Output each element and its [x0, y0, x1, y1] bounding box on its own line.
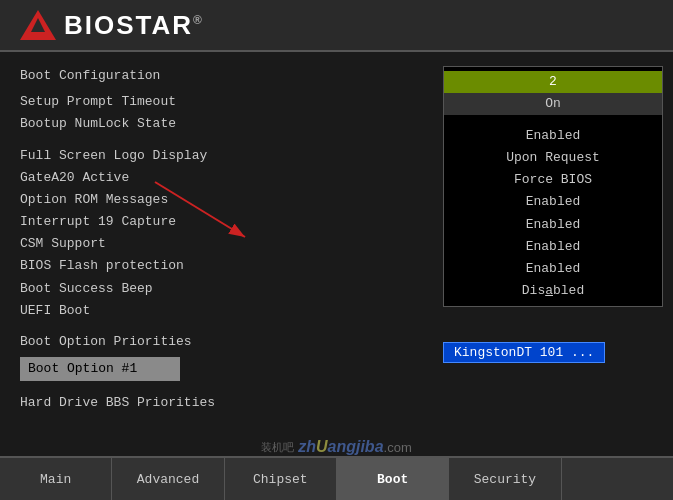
watermark-angjiba: angjiba: [328, 438, 384, 456]
nav-advanced[interactable]: Advanced: [112, 458, 224, 500]
main-content: Boot Configuration Setup Prompt Timeout …: [0, 52, 673, 456]
boot-config-title: Boot Configuration: [20, 66, 423, 87]
values-box: 2 On Enabled Upon Request Force BIOS Ena…: [443, 66, 663, 307]
setup-prompt-timeout-item[interactable]: Setup Prompt Timeout: [20, 91, 423, 113]
watermark-site-label: 装机吧: [261, 440, 294, 455]
boot-option-value: KingstonDT 101 ...: [443, 342, 605, 363]
nav-main[interactable]: Main: [0, 458, 112, 500]
watermark-u: U: [316, 438, 328, 456]
boot-success-beep-item[interactable]: Boot Success Beep: [20, 278, 423, 300]
logo-triangle-icon: [20, 10, 56, 40]
gate-a20-item[interactable]: GateA20 Active: [20, 167, 423, 189]
boot-option-priorities-title: Boot Option Priorities: [20, 332, 423, 353]
watermark: 装机吧 zhUangjiba.com: [261, 438, 411, 456]
value-bios-flash: Enabled: [444, 236, 662, 258]
small-spacer: [20, 381, 423, 385]
spacer: [20, 135, 423, 145]
nav-security[interactable]: Security: [449, 458, 561, 500]
nav-boot[interactable]: Boot: [337, 458, 449, 500]
reg-symbol: ®: [193, 13, 204, 27]
value-csm-support: Enabled: [444, 214, 662, 236]
right-panel: 2 On Enabled Upon Request Force BIOS Ena…: [443, 52, 673, 456]
nav-bar: Main Advanced Chipset Boot Security: [0, 456, 673, 500]
value-interrupt-19: Enabled: [444, 191, 662, 213]
value-full-screen-logo: Enabled: [444, 125, 662, 147]
value-numlock: On: [444, 93, 662, 115]
boot-option-label: Boot Option #1: [20, 357, 180, 382]
logo-area: BIOSTAR®: [20, 10, 204, 41]
nav-chipset[interactable]: Chipset: [225, 458, 337, 500]
watermark-com: .com: [384, 440, 412, 455]
interrupt-19-item[interactable]: Interrupt 19 Capture: [20, 211, 423, 233]
value-spacer: [444, 115, 662, 125]
value-uefi-boot: Disabled: [444, 280, 662, 302]
value-setup-timeout: 2: [444, 71, 662, 93]
nav-extra[interactable]: [562, 458, 673, 500]
logo-text: BIOSTAR®: [64, 10, 204, 41]
bios-header: BIOSTAR®: [0, 0, 673, 52]
full-screen-logo-item[interactable]: Full Screen Logo Display: [20, 145, 423, 167]
biostar-label: BIOSTAR: [64, 10, 193, 40]
value-option-rom: Force BIOS: [444, 169, 662, 191]
value-gate-a20: Upon Request: [444, 147, 662, 169]
spacer2: [20, 322, 423, 332]
csm-support-item[interactable]: CSM Support: [20, 233, 423, 255]
hdd-priorities-item[interactable]: Hard Drive BBS Priorities: [20, 393, 423, 414]
boot-option-value-area: KingstonDT 101 ...: [443, 343, 663, 361]
option-rom-item[interactable]: Option ROM Messages: [20, 189, 423, 211]
value-boot-beep: Enabled: [444, 258, 662, 280]
bootup-numlock-item[interactable]: Bootup NumLock State: [20, 113, 423, 135]
bios-flash-item[interactable]: BIOS Flash protection: [20, 255, 423, 277]
left-panel: Boot Configuration Setup Prompt Timeout …: [0, 52, 443, 456]
boot-option-row[interactable]: Boot Option #1: [20, 357, 423, 382]
uefi-boot-item[interactable]: UEFI Boot: [20, 300, 423, 322]
watermark-zh: zh: [298, 438, 316, 456]
